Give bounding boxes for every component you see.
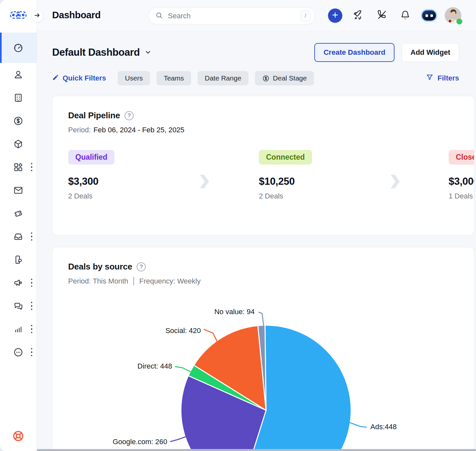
rocket-launch-button[interactable] (351, 8, 365, 23)
assistant-bot-button[interactable] (421, 9, 437, 22)
widget-title: Deals by source (68, 262, 132, 272)
stage-deal-count: 2 Deals (68, 192, 114, 200)
products-box-icon (13, 139, 23, 149)
stage-amount: $10,250 (259, 176, 312, 187)
kebab-menu-icon[interactable] (30, 231, 34, 242)
filter-chip-date-range[interactable]: Date Range (198, 71, 248, 85)
page-title: Dashboard (52, 10, 101, 21)
more-circle-icon (13, 347, 23, 357)
stage-amount: $3,300 (68, 176, 114, 187)
search-shortcut-key: / (301, 10, 310, 22)
phone-slash-icon (376, 9, 387, 22)
bot-eye-icon (425, 14, 428, 17)
pie-label-social: Social: 420 (165, 327, 201, 335)
filter-chip-users[interactable]: Users (118, 71, 150, 85)
pie-callout-line-direct (175, 367, 193, 373)
global-search[interactable]: / (148, 7, 315, 24)
pie-callout-line-ads (350, 423, 366, 427)
quick-add-button[interactable] (328, 8, 342, 23)
filters-label: Filters (438, 74, 459, 82)
dashboard-gauge-icon (13, 43, 23, 53)
chat-bubbles-icon (13, 301, 23, 311)
chevron-down-icon (144, 47, 152, 58)
pie-label-direct: Direct: 448 (138, 362, 172, 371)
plus-icon (331, 11, 339, 20)
dashboard-toolbar: Default Dashboard Create Dashboard Add W… (52, 42, 459, 63)
sidebar-collapse-button[interactable] (31, 10, 43, 22)
filter-chips: UsersTeamsDate RangeDeal Stage (118, 71, 320, 85)
frequency-value: Frequency: Weekly (139, 277, 201, 285)
stage-badge[interactable]: Qualified (68, 150, 114, 165)
sidebar-item-more[interactable] (0, 341, 37, 364)
create-dashboard-button[interactable]: Create Dashboard (314, 43, 394, 62)
sidebar (0, 0, 37, 451)
dashboard-content: Default Dashboard Create Dashboard Add W… (37, 31, 476, 451)
filter-chip-teams[interactable]: Teams (156, 71, 191, 85)
pie-label-no-value: No value: 94 (214, 308, 255, 316)
sidebar-item-sms[interactable] (0, 248, 37, 271)
kebab-menu-icon[interactable] (30, 277, 34, 288)
sidebar-item-campaigns[interactable] (0, 271, 37, 294)
phone-chat-icon (13, 255, 23, 265)
divider (133, 277, 134, 285)
stage-badge[interactable]: Connected (259, 150, 312, 165)
sidebar-item-analytics[interactable] (0, 317, 37, 341)
kebab-menu-icon[interactable] (30, 300, 34, 312)
filters-button[interactable]: Filters (426, 73, 459, 83)
pie-label-google-com: Google.com: 260 (112, 438, 167, 446)
brand-logo-icon[interactable] (9, 8, 28, 23)
dashboard-name: Default Dashboard (52, 47, 140, 58)
app-window: Dashboard / (0, 0, 476, 451)
main-area: Dashboard / (37, 0, 476, 451)
search-input[interactable] (167, 11, 301, 21)
kebab-menu-icon[interactable] (30, 324, 34, 335)
pipeline-stage-connected: Connected$10,2502 Deals (259, 150, 312, 200)
kebab-menu-icon[interactable] (30, 347, 34, 358)
sidebar-item-contacts[interactable] (0, 63, 37, 86)
period-label: Period: (68, 126, 91, 134)
apps-grid-icon (13, 162, 23, 172)
contacts-person-icon (13, 69, 23, 80)
deals-by-source-widget: Deals by source ? Period: This Month Fre… (52, 247, 474, 451)
notifications-button[interactable] (398, 8, 412, 23)
sidebar-item-companies[interactable] (0, 86, 37, 109)
help-icon[interactable]: ? (125, 111, 134, 120)
search-icon (155, 11, 163, 21)
horizontal-scrollbar[interactable] (37, 449, 476, 451)
company-building-icon (13, 93, 23, 103)
sidebar-item-tickets[interactable] (0, 202, 37, 225)
email-envelope-icon (13, 185, 23, 196)
deals-dollar-icon (13, 116, 23, 126)
filter-chip-label: Deal Stage (273, 74, 307, 82)
sidebar-item-dashboard[interactable] (0, 33, 37, 63)
sidebar-nav (0, 31, 37, 364)
pipeline-stage-closed: Closed$3,0001 Deals (449, 150, 474, 200)
filter-chip-label: Date Range (205, 74, 241, 82)
help-buoy-icon[interactable] (12, 429, 25, 443)
quick-filters-label: Quick Filters (63, 74, 106, 82)
call-disabled-button[interactable] (375, 8, 389, 23)
stage-arrow-icon (389, 174, 402, 189)
bell-icon (400, 9, 411, 22)
sidebar-item-email[interactable] (0, 179, 37, 202)
pencil-icon (52, 74, 59, 83)
user-avatar[interactable] (445, 7, 461, 24)
help-icon[interactable]: ? (137, 262, 146, 271)
sidebar-item-inbox[interactable] (0, 225, 37, 248)
pie-label-ads: Ads:448 (370, 423, 397, 431)
rocket-icon (352, 9, 364, 22)
sidebar-item-deals[interactable] (0, 109, 37, 132)
stage-arrow-icon (198, 174, 211, 189)
stage-badge[interactable]: Closed (449, 150, 474, 165)
filter-chip-deal-stage[interactable]: Deal Stage (255, 71, 314, 85)
filter-bar: Quick Filters UsersTeamsDate RangeDeal S… (52, 71, 459, 85)
sidebar-item-products[interactable] (0, 132, 37, 155)
add-widget-button[interactable]: Add Widget (402, 43, 459, 62)
quick-filters-button[interactable]: Quick Filters (52, 74, 106, 83)
sidebar-item-apps[interactable] (0, 155, 37, 179)
dashboard-selector[interactable]: Default Dashboard (52, 47, 152, 58)
dollar-circle-icon (262, 75, 270, 82)
sidebar-item-chats[interactable] (0, 294, 37, 317)
pie-callout-line-no-value (259, 312, 264, 327)
kebab-menu-icon[interactable] (30, 162, 34, 173)
